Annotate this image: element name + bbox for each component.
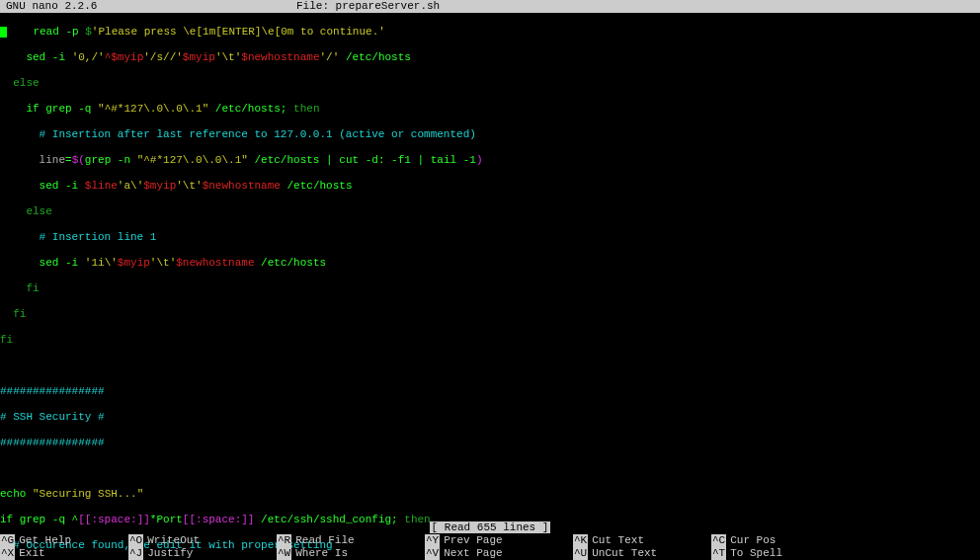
titlebar: GNU nano 2.2.6 File: prepareServer.sh bbox=[0, 0, 980, 13]
code-line: # Insertion after last reference to 127.… bbox=[0, 128, 980, 141]
help-where-is[interactable]: ^WWhere Is bbox=[277, 547, 425, 560]
code-line: fi bbox=[0, 282, 980, 295]
help-prev-page[interactable]: ^YPrev Page bbox=[425, 534, 573, 547]
help-exit[interactable]: ^XExit bbox=[0, 547, 128, 560]
help-get-help[interactable]: ^GGet Help bbox=[0, 534, 128, 547]
code-line: else bbox=[0, 77, 980, 90]
code-line: ################ bbox=[0, 437, 980, 449]
code-line: sed -i $line'a\'$myip'\t'$newhostname /e… bbox=[0, 180, 980, 193]
code-line: fi bbox=[0, 334, 980, 347]
code-line: ################ bbox=[0, 385, 980, 398]
help-to-spell[interactable]: ^TTo Spell bbox=[711, 547, 859, 560]
code-line: sed -i '0,/'^$myip'/s//'$myip'\t'$newhos… bbox=[0, 51, 980, 64]
editor-viewport[interactable]: read -p $'Please press \e[1m[ENTER]\e[0m… bbox=[0, 13, 980, 560]
file-name: File: prepareServer.sh bbox=[296, 0, 980, 13]
code-line: echo "Securing SSH..." bbox=[0, 488, 980, 501]
code-line: if grep -q "^#*127\.0\.0\.1" /etc/hosts;… bbox=[0, 103, 980, 116]
help-read-file[interactable]: ^RRead File bbox=[277, 534, 425, 547]
help-bar: ^GGet Help ^OWriteOut ^RRead File ^YPrev… bbox=[0, 534, 980, 560]
code-line: sed -i '1i\'$myip'\t'$newhostname /etc/h… bbox=[0, 257, 980, 270]
code-line: fi bbox=[0, 308, 980, 321]
code-line: else bbox=[0, 205, 980, 218]
help-writeout[interactable]: ^OWriteOut bbox=[128, 534, 277, 547]
code-line: line=$(grep -n "^#*127\.0\.0\.1" /etc/ho… bbox=[0, 154, 980, 167]
cursor bbox=[0, 27, 7, 38]
help-next-page[interactable]: ^VNext Page bbox=[425, 547, 573, 560]
app-name: GNU nano 2.2.6 bbox=[0, 0, 296, 13]
help-cut-text[interactable]: ^KCut Text bbox=[573, 534, 711, 547]
help-justify[interactable]: ^JJustify bbox=[128, 547, 277, 560]
code-line: read -p $'Please press \e[1m[ENTER]\e[0m… bbox=[0, 26, 980, 39]
code-line: # SSH Security # bbox=[0, 411, 980, 424]
help-cur-pos[interactable]: ^CCur Pos bbox=[711, 534, 859, 547]
status-bar: [ Read 655 lines ] bbox=[0, 521, 980, 534]
status-text: [ Read 655 lines ] bbox=[430, 521, 551, 533]
help-uncut-text[interactable]: ^UUnCut Text bbox=[573, 547, 711, 560]
code-line: # Insertion line 1 bbox=[0, 231, 980, 244]
